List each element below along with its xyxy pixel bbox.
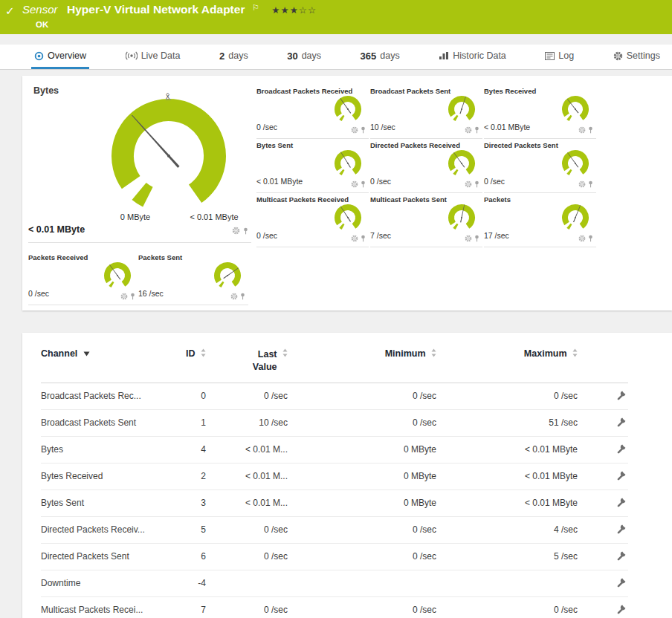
tab-historic-data[interactable]: Historic Data xyxy=(436,45,509,69)
channel-minimum: 0 /sec xyxy=(294,409,442,436)
sort-channel[interactable]: Channel xyxy=(41,345,167,383)
channel-gauge-tools xyxy=(578,180,593,188)
channel-settings-wrench-icon[interactable] xyxy=(616,443,627,454)
tab-label: Historic Data xyxy=(453,51,506,61)
channel-row[interactable]: Bytes4< 0.01 M...0 MByte< 0.01 MByte xyxy=(41,436,628,463)
gauge-settings-gear-icon[interactable] xyxy=(465,180,472,188)
channel-name[interactable]: Broadcast Packets Sent xyxy=(41,409,167,436)
channel-mini-gauge[interactable] xyxy=(445,147,479,178)
channel-settings-wrench-icon[interactable] xyxy=(616,577,627,588)
gauge-settings-gear-icon[interactable] xyxy=(351,126,358,134)
gauge-settings-gear-icon[interactable] xyxy=(465,126,472,134)
channel-name[interactable]: Multicast Packets Recei... xyxy=(41,596,167,618)
tab-number: 365 xyxy=(361,51,377,62)
flag-icon[interactable]: ⚐ xyxy=(252,3,259,12)
channel-last-value: < 0.01 M... xyxy=(212,489,294,516)
live-data-icon xyxy=(126,51,138,60)
channel-row[interactable]: Broadcast Packets Sent110 /sec0 /sec51 /… xyxy=(41,409,628,436)
channel-row[interactable]: Downtime-4 xyxy=(41,570,628,596)
channel-row[interactable]: Broadcast Packets Rec...00 /sec0 /sec0 /… xyxy=(41,383,628,409)
sort-minimum[interactable]: Minimum xyxy=(294,345,442,383)
channel-mini-gauge[interactable] xyxy=(558,147,592,178)
gauge-pin-icon[interactable] xyxy=(588,235,593,242)
tab-settings[interactable]: Settings xyxy=(610,45,663,69)
channel-row[interactable]: Bytes Sent3< 0.01 M...0 MByte< 0.01 MByt… xyxy=(41,489,628,516)
tab-log[interactable]: Log xyxy=(542,45,577,69)
gauge-settings-gear-icon[interactable] xyxy=(351,235,358,242)
gauge-settings-gear-icon[interactable] xyxy=(578,180,586,188)
channel-mini-gauge[interactable] xyxy=(331,201,365,232)
channel-row[interactable]: Directed Packets Sent60 /sec0 /sec5 /sec xyxy=(41,543,628,570)
gauge-settings-gear-icon[interactable] xyxy=(351,180,358,188)
channels-table-panel: Channel ID Last Value Minimum xyxy=(22,333,672,618)
priority-stars[interactable]: ★★★☆☆ xyxy=(271,5,317,16)
gauge-pin-icon[interactable] xyxy=(474,126,479,134)
gauge-pin-icon[interactable] xyxy=(474,235,479,242)
gauge-pin-icon[interactable] xyxy=(243,227,248,235)
channel-mini-gauge[interactable] xyxy=(445,201,479,232)
prtg-sensor-page: ✓ Sensor Hyper-V Virtual Network Adapter… xyxy=(0,0,672,618)
channel-settings-wrench-icon[interactable] xyxy=(616,604,627,614)
gauge-settings-gear-icon[interactable] xyxy=(578,126,586,134)
channel-last-value: 0 /sec xyxy=(212,596,294,618)
channel-minimum: 0 /sec xyxy=(294,383,442,409)
channel-mini-gauge[interactable] xyxy=(331,147,365,178)
channel-row[interactable]: Bytes Received2< 0.01 M...0 MByte< 0.01 … xyxy=(41,463,628,489)
channel-id: 0 xyxy=(167,383,212,409)
gauge-settings-gear-icon[interactable] xyxy=(232,227,240,235)
channel-settings-wrench-icon[interactable] xyxy=(616,497,627,507)
channel-settings-wrench-icon[interactable] xyxy=(616,524,627,534)
channel-minimum: 0 MByte xyxy=(294,436,442,463)
gauge-pin-icon[interactable] xyxy=(588,180,593,188)
gauge-pin-icon[interactable] xyxy=(588,126,593,134)
channel-row[interactable]: Directed Packets Receiv...50 /sec0 /sec4… xyxy=(41,516,628,543)
sensor-status-badge: OK xyxy=(36,20,48,29)
channel-gauge-tools xyxy=(465,235,479,242)
channel-mini-gauge[interactable] xyxy=(210,259,245,290)
channel-mini-gauge[interactable] xyxy=(331,93,365,124)
channel-mini-gauge[interactable] xyxy=(558,201,592,232)
channel-settings-wrench-icon[interactable] xyxy=(616,417,627,427)
sort-last-value[interactable]: Last Value xyxy=(212,345,294,383)
gauge-settings-gear-icon[interactable] xyxy=(120,293,128,300)
sort-id[interactable]: ID xyxy=(167,345,212,383)
channel-name[interactable]: Directed Packets Sent xyxy=(41,543,167,570)
gauge-settings-gear-icon[interactable] xyxy=(230,293,238,300)
channel-name[interactable]: Directed Packets Receiv... xyxy=(41,516,167,543)
channel-settings-wrench-icon[interactable] xyxy=(616,550,627,561)
channel-header-label: Channel xyxy=(41,348,77,359)
channel-name[interactable]: Bytes Received xyxy=(41,463,167,489)
channel-settings-wrench-icon[interactable] xyxy=(616,390,627,400)
channel-settings-wrench-icon[interactable] xyxy=(616,470,627,481)
gauge-pin-icon[interactable] xyxy=(361,180,366,188)
channel-name[interactable]: Bytes xyxy=(41,436,167,463)
sort-both-icon xyxy=(201,348,206,360)
gauge-settings-gear-icon[interactable] xyxy=(465,235,472,242)
channel-name[interactable]: Downtime xyxy=(41,570,167,596)
channel-name[interactable]: Broadcast Packets Rec... xyxy=(41,383,167,409)
gauge-pin-icon[interactable] xyxy=(240,293,245,300)
channel-mini-gauge[interactable] xyxy=(100,259,135,290)
gauge-pin-icon[interactable] xyxy=(361,235,366,242)
tab-overview[interactable]: Overview xyxy=(31,45,89,69)
maximum-header-label: Maximum xyxy=(524,348,567,359)
gauge-pin-icon[interactable] xyxy=(130,293,135,300)
tab-2-days[interactable]: 2days xyxy=(216,45,251,69)
overview-icon xyxy=(34,51,44,61)
tab-label: days xyxy=(302,51,321,61)
tab-30-days[interactable]: 30days xyxy=(284,45,324,69)
channel-mini-gauge[interactable] xyxy=(558,93,592,124)
tab-live-data[interactable]: Live Data xyxy=(123,45,184,69)
channel-maximum: 4 /sec xyxy=(442,516,584,543)
gauge-pin-icon[interactable] xyxy=(474,180,479,188)
sort-maximum[interactable]: Maximum xyxy=(442,345,584,383)
channel-mini-gauge[interactable] xyxy=(445,93,479,124)
channel-row[interactable]: Multicast Packets Recei...70 /sec0 /sec0… xyxy=(41,596,628,618)
gauge-settings-gear-icon[interactable] xyxy=(578,235,586,242)
channel-id: 5 xyxy=(167,516,212,543)
channel-name[interactable]: Bytes Sent xyxy=(41,489,167,516)
gauge-pin-icon[interactable] xyxy=(361,126,366,134)
bytes-gauge[interactable] xyxy=(91,89,247,222)
tab-365-days[interactable]: 365days xyxy=(358,45,403,69)
tab-number: 2 xyxy=(219,51,224,62)
